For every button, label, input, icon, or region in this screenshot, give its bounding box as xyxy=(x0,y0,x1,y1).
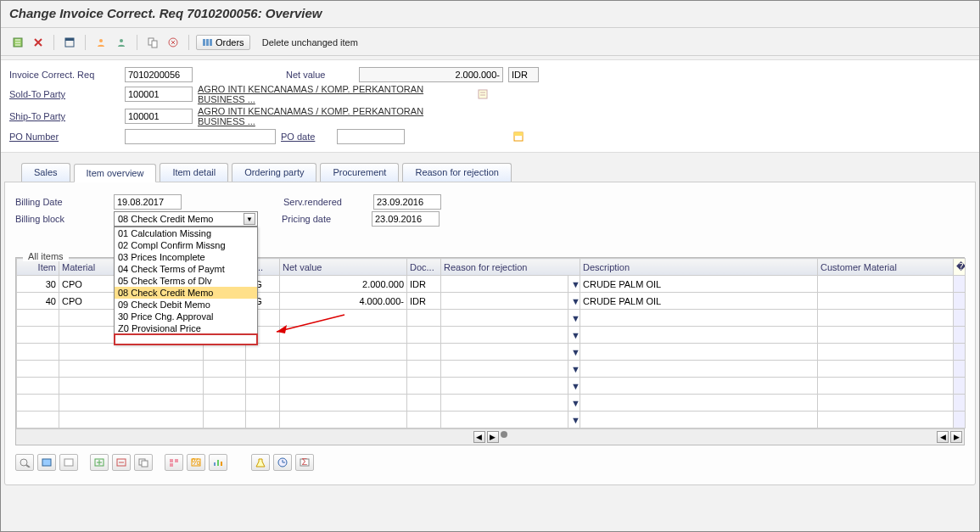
svg-rect-32 xyxy=(214,462,216,466)
delete-row-icon[interactable] xyxy=(112,454,131,471)
net-value-label: Net value xyxy=(286,70,354,80)
reason-dropdown-icon[interactable]: ▼ xyxy=(568,293,580,310)
status-icon[interactable] xyxy=(165,34,182,51)
clock-icon[interactable] xyxy=(273,454,292,471)
col-doc[interactable]: Doc... xyxy=(407,259,441,276)
col-config-icon[interactable]: �⊞ xyxy=(954,259,966,276)
delete-unchanged-item-button[interactable]: Delete unchanged item xyxy=(262,37,358,48)
billing-block-option[interactable]: 01 Calculation Missing xyxy=(115,227,257,239)
reason-dropdown-icon[interactable]: ▼ xyxy=(568,378,580,395)
invoice-req-field[interactable] xyxy=(125,67,193,82)
tab-ordering-party[interactable]: Ordering party xyxy=(232,163,316,182)
po-number-label[interactable]: PO Number xyxy=(9,132,120,142)
sold-to-field[interactable] xyxy=(125,87,193,102)
reason-dropdown-icon[interactable]: ▼ xyxy=(568,310,580,327)
config-icon[interactable] xyxy=(165,454,183,471)
billing-block-option[interactable]: 04 Check Terms of Paymt xyxy=(115,263,257,275)
col-netvalue[interactable]: Net value xyxy=(280,259,407,276)
select-all-icon[interactable] xyxy=(37,454,56,471)
ship-to-text[interactable]: AGRO INTI KENCANAMAS / KOMP. PERKANTORAN… xyxy=(198,106,469,126)
serv-rendered-field[interactable] xyxy=(373,194,441,210)
condition-icon[interactable]: % xyxy=(187,454,205,471)
grid-hscroll[interactable]: ◀▶ xyxy=(16,428,964,445)
billing-block-option-list: 01 Calculation Missing 02 Compl Confirm … xyxy=(114,227,258,345)
copy-row-icon[interactable] xyxy=(134,454,153,471)
billing-block-option[interactable]: 05 Check Terms of Dlv xyxy=(115,275,257,287)
svg-text:Σ: Σ xyxy=(302,457,308,467)
table-row[interactable]: ▼ xyxy=(17,412,966,428)
doc-flow-icon[interactable] xyxy=(144,34,161,51)
partner-icon[interactable] xyxy=(92,34,109,51)
header-icon[interactable] xyxy=(61,34,78,51)
orders-button[interactable]: Orders xyxy=(196,35,250,50)
po-date-label[interactable]: PO date xyxy=(281,132,332,142)
pricing-date-field[interactable] xyxy=(372,211,440,227)
deselect-all-icon[interactable] xyxy=(59,454,78,471)
reason-dropdown-icon[interactable]: ▼ xyxy=(568,361,580,378)
display-doc-icon[interactable] xyxy=(9,34,26,51)
svg-rect-29 xyxy=(170,463,173,467)
svg-rect-34 xyxy=(221,462,222,466)
sold-to-text[interactable]: AGRO INTI KENCANAMAS / KOMP. PERKANTORAN… xyxy=(198,84,469,104)
partner-detail-icon[interactable] xyxy=(474,86,491,103)
svg-text:%: % xyxy=(192,457,200,467)
col-description[interactable]: Description xyxy=(580,259,818,276)
tab-reason-rejection[interactable]: Reason for rejection xyxy=(402,163,511,182)
flask-icon[interactable] xyxy=(251,454,270,471)
tab-sales[interactable]: Sales xyxy=(21,163,70,182)
detail-icon[interactable] xyxy=(15,454,34,471)
svg-rect-18 xyxy=(42,459,51,466)
col-reason[interactable]: Reason for rejection xyxy=(441,259,580,276)
po-number-field[interactable] xyxy=(125,129,276,144)
page-title: Change Invoice Correct. Req 7010200056: … xyxy=(1,1,979,25)
tab-item-overview[interactable]: Item overview xyxy=(74,164,157,182)
net-value-field xyxy=(359,67,503,82)
ship-to-label[interactable]: Ship-To Party xyxy=(9,111,120,121)
billing-block-option[interactable]: 30 Price Chg. Approval xyxy=(115,311,257,322)
reject-icon[interactable] xyxy=(30,34,47,51)
ship-to-field[interactable] xyxy=(125,109,193,124)
insert-row-icon[interactable] xyxy=(90,454,109,471)
billing-block-value: 08 Check Credit Memo xyxy=(118,214,214,224)
table-row[interactable]: ▼ xyxy=(17,395,966,412)
sold-to-label[interactable]: Sold-To Party xyxy=(9,89,120,99)
po-headerdetail-icon[interactable] xyxy=(510,128,527,145)
table-row[interactable]: ▼ xyxy=(17,361,966,378)
billing-block-option[interactable]: 09 Check Debit Memo xyxy=(115,299,257,311)
col-custmaterial[interactable]: Customer Material xyxy=(818,259,954,276)
billing-block-option[interactable]: 02 Compl Confirm Missng xyxy=(115,239,257,251)
svg-rect-2 xyxy=(65,38,74,41)
tab-item-detail[interactable]: Item detail xyxy=(160,163,228,182)
reason-dropdown-icon[interactable]: ▼ xyxy=(568,412,580,428)
billing-block-option[interactable]: 03 Prices Incomplete xyxy=(115,251,257,263)
grid-hscroll-right[interactable]: ◀▶ xyxy=(937,431,962,443)
orders-label: Orders xyxy=(216,37,244,48)
svg-point-3 xyxy=(99,39,103,42)
svg-rect-6 xyxy=(152,41,157,48)
user-icon[interactable] xyxy=(113,34,130,51)
svg-rect-33 xyxy=(217,460,219,466)
header-area: Invoice Correct. Req Net value Sold-To P… xyxy=(1,59,979,153)
table-row[interactable]: ▼ xyxy=(17,344,966,361)
reason-dropdown-icon[interactable]: ▼ xyxy=(568,344,580,361)
reason-dropdown-icon[interactable]: ▼ xyxy=(568,276,580,293)
billing-block-dropdown[interactable]: 08 Check Credit Memo ▼ xyxy=(114,211,258,227)
reason-dropdown-icon[interactable]: ▼ xyxy=(568,395,580,412)
billing-block-option[interactable]: Z0 Provisional Price xyxy=(115,322,257,334)
sum-icon[interactable]: Σ xyxy=(295,454,314,471)
tab-procurement[interactable]: Procurement xyxy=(320,163,399,182)
billing-date-field[interactable] xyxy=(114,194,182,210)
svg-rect-8 xyxy=(203,39,205,46)
reason-dropdown-icon[interactable]: ▼ xyxy=(568,327,580,344)
billing-block-label: Billing block xyxy=(15,214,109,224)
chart-icon[interactable] xyxy=(209,454,227,471)
svg-rect-28 xyxy=(175,459,178,462)
billing-block-option-blank[interactable] xyxy=(114,333,258,345)
svg-rect-9 xyxy=(206,39,209,46)
billing-block-option[interactable]: 08 Check Credit Memo xyxy=(115,287,257,299)
table-row[interactable]: ▼ xyxy=(17,378,966,395)
po-date-field[interactable] xyxy=(337,129,405,144)
pricing-date-label: Pricing date xyxy=(282,214,367,224)
grid-title: All items xyxy=(23,251,69,261)
tabstrip: Sales Item overview Item detail Ordering… xyxy=(4,160,976,182)
